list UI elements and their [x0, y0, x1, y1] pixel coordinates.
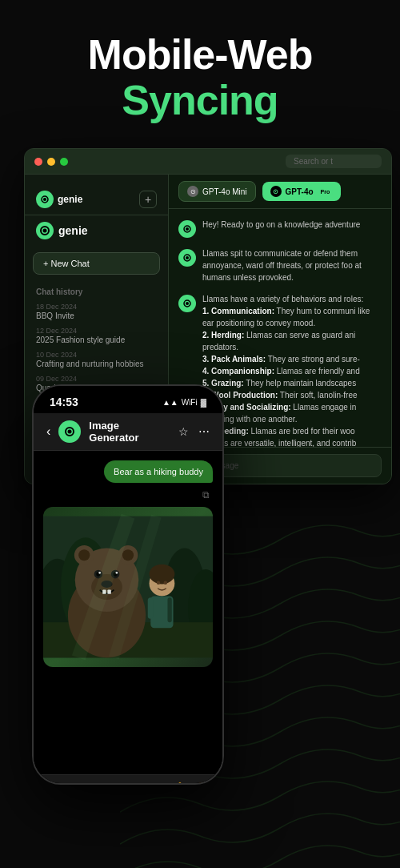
mobile-header-actions: ☆ ⋯	[178, 425, 210, 438]
mobile-chat-avatar	[58, 420, 81, 443]
svg-point-3	[43, 229, 47, 233]
header-section: Mobile-Web Syncing	[0, 0, 400, 147]
chat-date-1: 18 Dec 2024	[36, 303, 157, 311]
genie-app-header: genie +	[25, 184, 168, 215]
chat-date-3: 10 Dec 2024	[36, 351, 157, 359]
svg-point-5	[186, 227, 189, 231]
mobile-star-button[interactable]: ☆	[178, 425, 189, 438]
mobile-messages-area: Bear as a hiking buddy ⧉	[34, 451, 222, 774]
model-tab1-label: GPT-4o Mini	[202, 187, 247, 196]
chat-date-4: 09 Dec 2024	[36, 375, 157, 383]
mobile-status-icons: ▲▲ WiFi ▓	[162, 398, 206, 407]
mobile-copy-button[interactable]: ⧉	[202, 489, 210, 500]
search-placeholder: Search or t	[294, 157, 333, 166]
app-name-label: genie	[58, 194, 82, 205]
model-tab-gpt4o-mini[interactable]: ⊙ GPT-4o Mini	[178, 181, 256, 202]
message-row-1: Hey! Ready to go on a knowledge adventur…	[178, 219, 382, 238]
chat-history-item-1[interactable]: 18 Dec 2024 BBQ Invite	[25, 299, 168, 323]
mobile-user-message: Bear as a hiking buddy	[104, 460, 213, 483]
gpt4o-mini-icon: ⊙	[187, 186, 198, 197]
bear-hiking-image	[43, 507, 213, 667]
mobile-notch	[96, 386, 160, 405]
chat-title-1: BBQ Invite	[36, 311, 157, 320]
prev-button[interactable]: ‹ 2/2 ›	[46, 782, 73, 786]
sidebar-logo-icon	[36, 222, 54, 239]
new-chat-label: + New Chat	[43, 259, 90, 268]
pro-badge: Pro	[318, 188, 334, 195]
next-icon: ›	[70, 782, 73, 786]
message-row-2: Llamas spit to communicate or defend the…	[178, 247, 382, 283]
mobile-bottom-nav: ‹ 2/2 › ↻ ⬇ ↑ 👍 👎	[34, 774, 222, 785]
desktop-search-bar[interactable]: Search or t	[286, 155, 382, 168]
svg-point-7	[186, 256, 189, 259]
mobile-chat-name: Image Generator	[89, 420, 170, 444]
mobile-more-button[interactable]: ⋯	[198, 425, 210, 438]
battery-icon: ▓	[201, 398, 206, 407]
genie-logo-icon	[36, 191, 54, 208]
genie-logo: genie	[36, 191, 82, 208]
mobile-action-buttons: ↻ ⬇ ↑ 👍 👎	[117, 782, 210, 785]
chat-history-label: Chat history	[25, 281, 168, 299]
download-button[interactable]: ⬇	[137, 782, 146, 785]
share-button[interactable]: ↑	[157, 782, 162, 785]
chat-history-item-2[interactable]: 12 Dec 2024 2025 Fashion style guide	[25, 323, 168, 348]
header-title-line1: Mobile-Web	[16, 32, 384, 78]
chat-date-2: 12 Dec 2024	[36, 327, 157, 335]
chat-history-item-3[interactable]: 10 Dec 2024 Crafting and nurturing hobbi…	[25, 348, 168, 372]
header-title-line2: Syncing	[16, 78, 384, 123]
svg-point-9	[186, 302, 189, 305]
thumbup-button[interactable]: 👍	[173, 782, 186, 785]
model-tabs-header: ⊙ GPT-4o Mini ⊙ GPT-4o Pro	[169, 175, 391, 209]
refresh-button[interactable]: ↻	[117, 782, 126, 785]
mobile-back-button[interactable]: ‹	[46, 424, 50, 439]
svg-point-1	[43, 198, 46, 201]
mobile-time: 14:53	[50, 396, 78, 408]
assistant-avatar-1	[178, 220, 196, 238]
mobile-content-area: Bear as a hiking buddy ⧉	[34, 451, 222, 785]
mobile-chat-header: ‹ Image Generator ☆ ⋯	[34, 413, 222, 451]
message-text-3: Llamas have a variety of behaviors and r…	[202, 293, 382, 447]
traffic-light-green	[60, 158, 68, 166]
sidebar-app-name: genie	[58, 224, 88, 237]
new-chat-button[interactable]: + New Chat	[33, 252, 160, 275]
chat-title-2: 2025 Fashion style guide	[36, 336, 157, 344]
mobile-mockup: 14:53 ▲▲ WiFi ▓ ‹ Image Generator ☆ ⋯ Be…	[32, 384, 224, 785]
traffic-light-yellow	[47, 158, 55, 166]
model-tab2-label: GPT-4o	[286, 187, 314, 196]
assistant-avatar-3	[178, 295, 196, 312]
desktop-titlebar: Search or t	[25, 149, 391, 175]
page-count: 2/2	[53, 782, 66, 786]
model-tab-gpt4o[interactable]: ⊙ GPT-4o Pro	[262, 182, 342, 201]
message-text-1: Hey! Ready to go on a knowledge adventur…	[202, 219, 382, 238]
signal-icon: ▲▲	[162, 398, 178, 407]
prev-icon: ‹	[46, 782, 50, 786]
sidebar-logo-row: genie	[25, 215, 168, 246]
assistant-avatar-2	[178, 249, 196, 267]
new-conversation-button[interactable]: +	[139, 191, 157, 208]
wifi-icon: WiFi	[182, 398, 198, 407]
chat-title-3: Crafting and nurturing hobbies	[36, 360, 157, 368]
mobile-ai-image	[43, 507, 213, 667]
traffic-light-red	[34, 158, 42, 166]
svg-point-11	[68, 430, 72, 434]
message-text-2: Llamas spit to communicate or defend the…	[202, 247, 382, 283]
gpt4o-icon: ⊙	[270, 186, 282, 197]
